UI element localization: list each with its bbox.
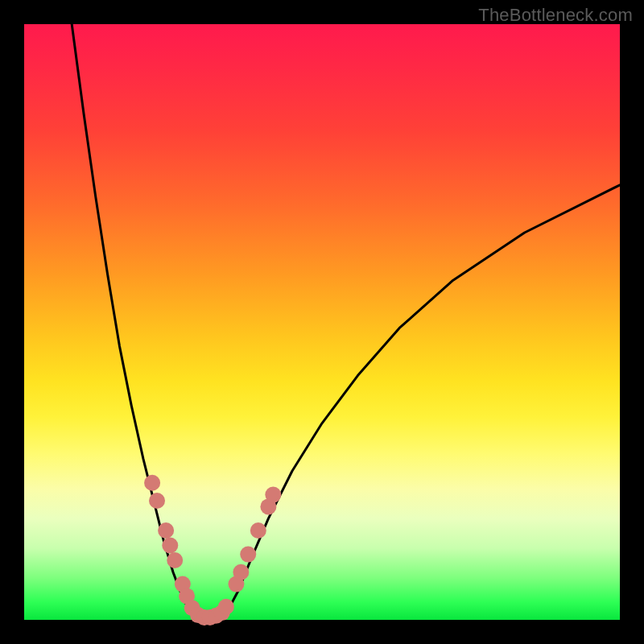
data-marker [233,564,249,580]
chart-svg [24,24,620,620]
data-marker [250,522,266,539]
data-marker [218,599,234,615]
data-marker [240,547,256,563]
chart-plot-area [24,24,620,620]
chart-frame: TheBottleneck.com [0,0,644,644]
data-marker [144,475,160,491]
curve-group [72,24,620,619]
bottleneck-curve [72,24,620,619]
data-marker [265,487,281,503]
marker-group [144,475,281,625]
data-marker [149,493,165,509]
watermark-text: TheBottleneck.com [478,5,633,26]
data-marker [162,538,178,554]
data-marker [158,522,174,539]
data-marker [167,552,183,568]
